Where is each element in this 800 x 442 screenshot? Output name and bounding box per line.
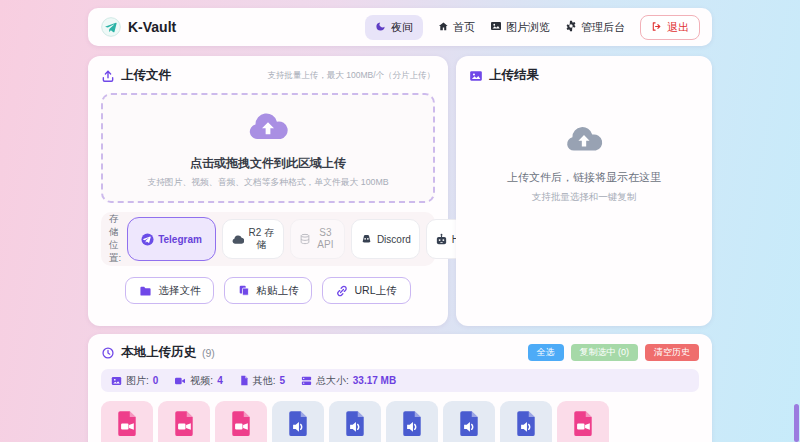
select-all-button[interactable]: 全选 <box>528 344 564 361</box>
file-card[interactable]: MP4 <box>557 401 609 442</box>
logout-button[interactable]: 退出 <box>640 15 700 40</box>
history-count: (9) <box>202 347 215 359</box>
main-row: 上传文件 支持批量上传，最大 100MB/个（分片上传） 点击或拖拽文件到此区域… <box>88 56 712 326</box>
database-icon <box>299 233 311 245</box>
results-panel-title-row: 上传结果 <box>469 67 539 84</box>
results-empty-subtitle: 支持批量选择和一键复制 <box>532 191 637 204</box>
upload-panel: 上传文件 支持批量上传，最大 100MB/个（分片上传） 点击或拖拽文件到此区域… <box>88 56 448 326</box>
file-card[interactable]: MP4 <box>215 401 267 442</box>
moon-icon <box>375 21 386 34</box>
history-buttons: 全选 复制选中 (0) 清空历史 <box>528 344 700 361</box>
results-panel-header: 上传结果 <box>469 67 699 84</box>
paste-upload-button[interactable]: 粘贴上传 <box>224 277 312 304</box>
brand[interactable]: K-Vault <box>101 17 176 37</box>
gear-icon <box>565 20 577 34</box>
file-card[interactable]: MP3 <box>443 401 495 442</box>
history-panel: 本地上传历史 (9) 全选 复制选中 (0) 清空历史 图片: 0 视频: 4 <box>88 334 712 442</box>
file-type-icon <box>344 410 367 441</box>
clipboard-paste-icon <box>238 284 250 297</box>
nav-image-browse[interactable]: 图片浏览 <box>490 20 550 35</box>
results-panel: 上传结果 上传文件后，链接将显示在这里 支持批量选择和一键复制 <box>456 56 712 326</box>
nav-night-label: 夜间 <box>391 20 413 35</box>
stat-videos-label: 视频: <box>190 374 213 388</box>
file-stat-icon <box>239 375 249 386</box>
storage-option-s3: S3 API <box>290 219 345 259</box>
file-card[interactable]: MP4 <box>158 401 210 442</box>
nav-home-label: 首页 <box>453 20 475 35</box>
logout-icon <box>651 21 662 34</box>
clear-history-button[interactable]: 清空历史 <box>645 344 699 361</box>
results-empty-title: 上传文件后，链接将显示在这里 <box>507 170 661 185</box>
home-icon <box>438 21 449 34</box>
nav-home[interactable]: 首页 <box>438 20 475 35</box>
choose-file-button[interactable]: 选择文件 <box>125 277 214 304</box>
stat-total-value: 33.17 MB <box>353 375 396 386</box>
stat-videos: 视频: 4 <box>174 374 222 388</box>
nav-browse-label: 图片浏览 <box>506 20 550 35</box>
history-title-group: 本地上传历史 <box>101 344 196 361</box>
copy-selected-button[interactable]: 复制选中 (0) <box>571 344 639 361</box>
storage-r2-label: R2 存储 <box>248 227 275 252</box>
storage-option-r2[interactable]: R2 存储 <box>222 219 284 259</box>
image-stat-icon <box>111 376 122 386</box>
storage-option-telegram[interactable]: Telegram <box>127 217 216 261</box>
file-type-icon <box>572 410 595 441</box>
top-bar: K-Vault 夜间 首页 图片浏览 管理后台 退出 <box>88 8 712 46</box>
paste-upload-label: 粘贴上传 <box>256 284 298 298</box>
history-clock-icon <box>101 346 115 360</box>
result-image-icon <box>469 69 483 83</box>
page-scrollbar-thumb[interactable] <box>794 404 799 442</box>
brand-name: K-Vault <box>128 19 176 35</box>
upload-panel-title: 上传文件 <box>121 67 171 84</box>
robot-icon <box>435 233 448 246</box>
stat-images: 图片: 0 <box>111 374 158 388</box>
url-upload-label: URL上传 <box>354 284 396 298</box>
dropzone-subtitle: 支持图片、视频、音频、文档等多种格式，单文件最大 100MB <box>147 177 388 189</box>
file-type-icon <box>515 410 538 441</box>
stat-images-label: 图片: <box>126 374 149 388</box>
results-panel-title: 上传结果 <box>489 67 539 84</box>
nav-admin[interactable]: 管理后台 <box>565 20 625 35</box>
upload-panel-title-row: 上传文件 <box>101 67 171 84</box>
telegram-icon <box>141 233 154 246</box>
nav-admin-label: 管理后台 <box>581 20 625 35</box>
results-empty-state: 上传文件后，链接将显示在这里 支持批量选择和一键复制 <box>469 122 699 204</box>
storage-stat-icon <box>301 376 312 386</box>
history-title-row: 本地上传历史 (9) <box>101 344 215 361</box>
image-icon <box>490 20 502 34</box>
brand-logo-icon <box>101 17 121 37</box>
upload-hint: 支持批量上传，最大 100MB/个（分片上传） <box>267 70 435 82</box>
file-card[interactable]: MP3 <box>329 401 381 442</box>
history-header: 本地上传历史 (9) 全选 复制选中 (0) 清空历史 <box>101 344 699 361</box>
storage-discord-label: Discord <box>377 234 411 245</box>
history-stats-bar: 图片: 0 视频: 4 其他: 5 总大小: 33.17 MB <box>101 369 699 392</box>
nav-night-mode-toggle[interactable]: 夜间 <box>365 15 423 40</box>
file-type-icon <box>230 410 253 441</box>
main-nav: 夜间 首页 图片浏览 管理后台 退出 <box>365 15 700 40</box>
file-card[interactable]: MP3 <box>500 401 552 442</box>
file-type-icon <box>458 410 481 441</box>
cloud-upload-icon <box>245 108 291 148</box>
stat-videos-value: 4 <box>217 375 223 386</box>
file-card[interactable]: MP4 <box>101 401 153 442</box>
cloud-icon <box>231 234 244 245</box>
folder-icon <box>139 285 152 297</box>
file-card-list: MP4 MP4 MP4 <box>101 401 699 442</box>
dropzone-title: 点击或拖拽文件到此区域上传 <box>190 155 346 172</box>
stat-total-label: 总大小: <box>316 374 349 388</box>
stat-total-size: 总大小: 33.17 MB <box>301 374 396 388</box>
file-card[interactable]: MP3 <box>386 401 438 442</box>
dropzone[interactable]: 点击或拖拽文件到此区域上传 支持图片、视频、音频、文档等多种格式，单文件最大 1… <box>101 93 435 203</box>
storage-location-row: 存储位置: Telegram R2 存储 S3 API Discord <box>101 212 435 266</box>
logout-label: 退出 <box>667 20 689 35</box>
storage-s3-label: S3 API <box>315 227 336 252</box>
link-icon <box>336 285 348 297</box>
file-card[interactable]: MP3 <box>272 401 324 442</box>
stat-others-label: 其他: <box>253 374 276 388</box>
stat-others: 其他: 5 <box>239 374 285 388</box>
url-upload-button[interactable]: URL上传 <box>322 277 410 304</box>
file-type-icon <box>173 410 196 441</box>
storage-option-discord[interactable]: Discord <box>351 219 420 259</box>
upload-actions-row: 选择文件 粘贴上传 URL上传 <box>101 277 435 304</box>
discord-icon <box>360 234 373 245</box>
